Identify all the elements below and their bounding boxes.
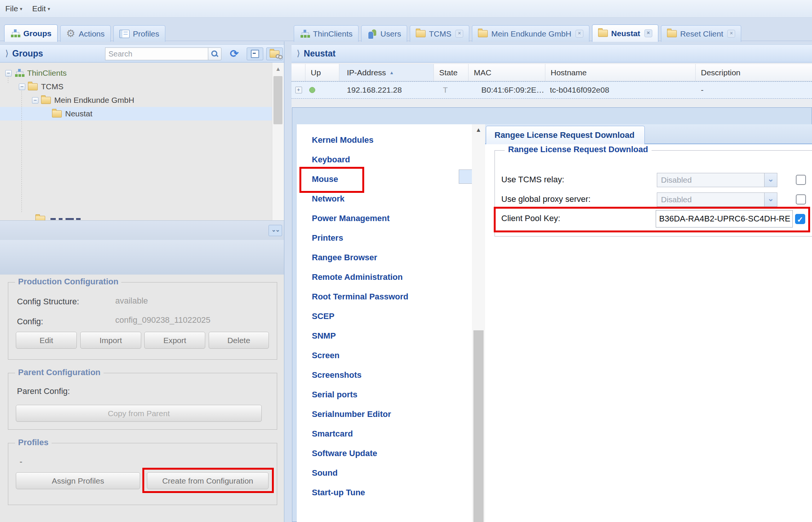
tab-users[interactable]: Users [361,25,407,42]
search-input[interactable] [105,47,215,60]
chevron-down-icon[interactable]: ⌄ [764,173,777,187]
list-item[interactable]: Power Management [297,209,472,228]
groups-tree: − ThinClients − TCMS − Mein Endkunde Gmb… [0,63,284,220]
tab-reset-client[interactable]: Reset Client ✕ [661,25,741,42]
tab-mein-endkunde[interactable]: Mein Endkunde GmbH ✕ [472,25,589,42]
close-icon[interactable]: ✕ [575,30,583,38]
grid-header-up[interactable]: Up [305,64,339,81]
config-structure-label: Config Structure: [17,297,79,307]
grid-header-ip-label: IP-Address [347,68,386,77]
list-item[interactable]: Serial ports [297,385,472,404]
close-icon[interactable]: ✕ [727,30,735,38]
production-configuration-legend: Production Configuration [15,277,121,287]
list-item[interactable]: Rangee Browser [297,248,472,267]
collapse-minus-icon[interactable]: − [32,97,38,104]
grid-header-mac[interactable]: MAC [469,64,545,81]
chevron-down-icon[interactable]: ⌄ [764,193,777,206]
tab-tcms-label: TCMS [429,29,452,38]
list-item[interactable]: Screenshots [297,365,472,385]
list-item[interactable]: Remote Administration [297,267,472,287]
list-item[interactable]: Kernel Modules [297,130,472,150]
list-item[interactable]: SNMP [297,326,472,346]
tab-profiles[interactable]: Profiles [113,25,165,42]
use-global-proxy-select[interactable]: Disabled ⌄ [657,192,777,207]
tab-rangee-license-request-download[interactable]: Rangee License Request Download [486,126,645,144]
refresh-icon: ⟳ [230,49,238,59]
delete-button[interactable]: Delete [209,332,269,349]
tree-selection-highlight [0,107,284,121]
export-button[interactable]: Export [144,332,205,349]
menu-edit-label: Edit [32,4,46,13]
search-button[interactable] [208,47,221,60]
list-item[interactable]: SCEP [297,307,472,326]
use-tcms-relay-checkbox[interactable] [796,175,806,185]
list-item[interactable]: Root Terminal Password [297,287,472,307]
grid-header-hostname[interactable]: Hostname [545,64,696,81]
list-item[interactable]: Screen [297,346,472,365]
settings-list-scrollbar[interactable]: ▲ [472,124,485,522]
scrollbar-thumb[interactable] [273,76,282,124]
tab-groups[interactable]: Groups [4,24,58,42]
menu-edit[interactable]: Edit ▾ [32,4,50,13]
gear-icon: ⚙ [66,29,75,39]
production-configuration-fieldset: Production Configuration Config Structur… [8,282,277,360]
grid-header-expander [292,64,305,81]
tab-neustat[interactable]: Neustat ✕ [592,24,658,42]
tree-item-mein-endkunde[interactable]: − Mein Endkunde GmbH [32,93,134,107]
tab-thinclients[interactable]: ThinClients [294,25,359,42]
use-tcms-relay-label: Use TCMS relay: [501,175,564,185]
import-button[interactable]: Import [80,332,141,349]
folder-link-button[interactable] [266,47,283,60]
scroll-up-icon[interactable]: ▲ [472,127,485,133]
menu-file[interactable]: File ▾ [5,4,22,13]
tree-item-label: ThinClients [27,69,67,78]
right-tabstrip: ThinClients Users TCMS ✕ Mein Endkunde G… [294,24,741,42]
use-tcms-relay-select[interactable]: Disabled ⌄ [657,173,777,187]
edit-button[interactable]: Edit [16,332,77,349]
use-global-proxy-checkbox[interactable] [796,194,806,205]
list-item[interactable]: Printers [297,228,472,248]
tab-tcms[interactable]: TCMS ✕ [410,25,470,42]
panel-divider [284,41,284,522]
parent-configuration-fieldset: Parent Configuration Parent Config: Copy… [8,373,277,430]
list-item-selected[interactable]: License [459,169,472,184]
parent-configuration-legend: Parent Configuration [15,368,104,377]
close-icon[interactable]: ✕ [455,30,463,38]
list-item[interactable]: Sound [297,463,472,483]
collapse-square-icon [251,50,259,58]
grid-header-state[interactable]: State [434,64,469,81]
cell-hostname: tc-b0416f092e08 [545,82,696,98]
row-expand-icon[interactable]: + [295,87,302,93]
list-item[interactable]: Software Update [297,444,472,463]
list-item[interactable]: Serialnumber Editor [297,404,472,424]
collapse-minus-icon[interactable]: − [19,84,25,90]
config-value: config_090238_11022025 [115,315,211,325]
list-item[interactable]: Start-up Tune [297,483,472,502]
tree-item-thinclients[interactable]: − ThinClients [5,66,67,80]
collapse-minus-icon[interactable]: − [5,70,12,76]
highlight-license-item [299,167,364,193]
tab-actions[interactable]: ⚙ Actions [60,25,111,42]
collapse-all-button[interactable] [247,47,263,60]
table-row[interactable]: + 192.168.221.28 T B0:41:6F:09:2E… tc-b0… [292,81,812,99]
close-icon[interactable]: ✕ [644,29,652,37]
grid-header-ip[interactable]: IP-Address ▲ [339,64,434,81]
tree-scrollbar[interactable]: ▲ [272,63,284,220]
double-chevron-down-icon[interactable]: ⌄⌄ [269,225,282,236]
tree-item-neustat[interactable]: Neustat [52,107,92,121]
copy-from-parent-button[interactable]: Copy from Parent [16,405,262,422]
scrollbar-thumb[interactable] [473,330,484,522]
refresh-button[interactable]: ⟳ [227,47,242,60]
folder-icon [416,30,426,37]
tree-item-tcms[interactable]: − TCMS [19,80,64,93]
caret-down-icon: ▾ [20,6,23,12]
grid-header-description[interactable]: Description [696,64,812,81]
tree-item-clipped [35,213,148,220]
license-tabstrip: Rangee License Request Download [485,124,812,144]
list-item[interactable]: Smartcard [297,424,472,444]
scroll-up-icon[interactable]: ▲ [272,64,284,74]
folder-icon [28,83,38,90]
tab-thinclients-label: ThinClients [313,29,353,38]
assign-profiles-button[interactable]: Assign Profiles [16,472,140,489]
tree-item-label: Neustat [65,109,92,118]
